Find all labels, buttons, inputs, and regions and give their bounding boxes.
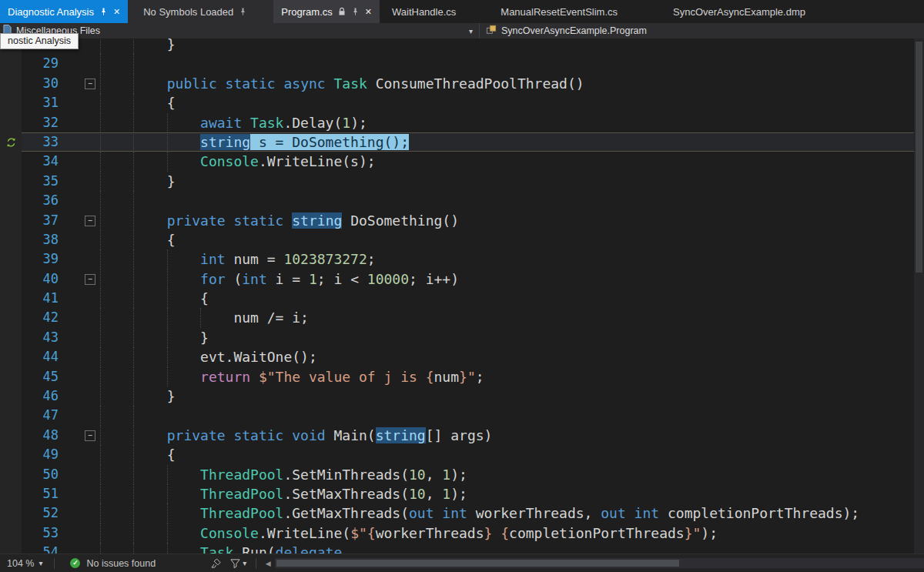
glyph-margin[interactable] xyxy=(0,503,22,523)
code-text[interactable]: { xyxy=(100,289,924,308)
code-text[interactable] xyxy=(100,406,924,425)
tab-syncoverasyncexample-dmp[interactable]: SyncOverAsyncExample.dmp xyxy=(661,0,818,23)
code-text[interactable]: ThreadPool.SetMaxThreads(10, 1); xyxy=(100,484,924,503)
glyph-margin[interactable] xyxy=(0,172,22,191)
fold-collapse-icon[interactable]: − xyxy=(85,79,95,89)
code-line[interactable]: 34 Console.WriteLine(s); xyxy=(0,152,924,171)
code-text[interactable]: num /= i; xyxy=(100,308,924,327)
glyph-margin[interactable] xyxy=(0,289,22,308)
pin-icon[interactable] xyxy=(351,7,360,16)
tab-no-symbols-loaded[interactable]: No Symbols Loaded xyxy=(136,0,255,23)
glyph-margin[interactable] xyxy=(0,328,22,347)
glyph-margin[interactable] xyxy=(0,465,22,484)
code-line[interactable]: 32 await Task.Delay(1); xyxy=(0,113,924,132)
code-line[interactable]: 47 xyxy=(0,406,924,425)
tab-manualreseteventslim-cs[interactable]: ManualResetEventSlim.cs xyxy=(488,0,630,23)
zoom-control[interactable]: 104 % ▾ xyxy=(0,558,49,569)
code-text[interactable]: } xyxy=(100,38,924,54)
code-line[interactable]: 36 xyxy=(0,191,924,210)
close-icon[interactable]: ✕ xyxy=(365,8,372,16)
code-line[interactable]: 53 Console.WriteLine($"{workerThreads} {… xyxy=(0,523,924,543)
code-line[interactable]: 37− private static string DoSomething() xyxy=(0,211,924,230)
code-text[interactable]: string s = DoSomething(); xyxy=(100,132,924,152)
close-icon[interactable]: ✕ xyxy=(113,8,120,16)
code-line[interactable]: 28 } xyxy=(0,38,924,54)
code-text[interactable]: evt.WaitOne(); xyxy=(100,347,924,366)
code-editor[interactable]: 28 }2930− public static async Task Consu… xyxy=(0,38,924,554)
document-health-indicator[interactable]: ✓ No issues found xyxy=(64,558,162,569)
code-text[interactable]: public static async Task ConsumeThreadPo… xyxy=(100,74,924,93)
code-text[interactable]: ThreadPool.SetMinThreads(10, 1); xyxy=(100,465,924,484)
tab-diagnostic-analysis[interactable]: Diagnostic Analysis ✕ xyxy=(0,0,128,23)
horizontal-scrollbar-thumb[interactable] xyxy=(276,560,679,567)
code-text[interactable]: return $"The value of j is {num}"; xyxy=(100,367,924,386)
glyph-margin[interactable] xyxy=(0,543,22,554)
glyph-margin[interactable] xyxy=(0,269,22,289)
tab-program-cs[interactable]: Program.cs ✕ xyxy=(273,0,380,23)
scroll-left-button[interactable]: ◀ xyxy=(261,560,275,567)
code-line[interactable]: 50 ThreadPool.SetMinThreads(10, 1); xyxy=(0,465,924,484)
glyph-margin[interactable] xyxy=(0,484,22,503)
vertical-scrollbar[interactable] xyxy=(914,38,924,554)
glyph-margin[interactable] xyxy=(0,152,22,171)
code-text[interactable]: Task.Run(delegate xyxy=(100,543,924,554)
pin-icon[interactable] xyxy=(239,7,247,16)
code-line[interactable]: 41 { xyxy=(0,289,924,308)
code-line[interactable]: 52 ThreadPool.GetMaxThreads(out int work… xyxy=(0,503,924,523)
glyph-margin[interactable] xyxy=(0,367,22,386)
code-text[interactable]: await Task.Delay(1); xyxy=(100,113,924,132)
code-text[interactable] xyxy=(100,54,924,73)
code-text[interactable]: } xyxy=(100,328,924,347)
code-text[interactable]: int num = 1023873272; xyxy=(100,249,924,269)
code-line[interactable]: 45 return $"The value of j is {num}"; xyxy=(0,367,924,386)
code-text[interactable]: { xyxy=(100,230,924,249)
code-text[interactable]: Console.WriteLine($"{workerThreads} {com… xyxy=(100,523,924,543)
fold-collapse-icon[interactable]: − xyxy=(85,216,95,226)
glyph-margin[interactable] xyxy=(0,230,22,249)
code-line[interactable]: 51 ThreadPool.SetMaxThreads(10, 1); xyxy=(0,484,924,503)
glyph-margin[interactable] xyxy=(0,406,22,425)
code-line[interactable]: 48− private static void Main(string[] ar… xyxy=(0,426,924,445)
glyph-margin[interactable] xyxy=(0,523,22,543)
glyph-margin[interactable] xyxy=(0,54,22,73)
code-text[interactable]: private static void Main(string[] args) xyxy=(100,426,924,445)
code-line[interactable]: 31 { xyxy=(0,93,924,112)
pin-icon[interactable] xyxy=(99,7,108,16)
code-line[interactable]: 43 } xyxy=(0,328,924,347)
filter-icon[interactable]: ▾ xyxy=(226,558,251,568)
vertical-scrollbar-thumb[interactable] xyxy=(916,42,922,273)
code-line[interactable]: 46 } xyxy=(0,386,924,406)
code-line[interactable]: 54 Task.Run(delegate xyxy=(0,543,924,554)
code-line[interactable]: 29 xyxy=(0,54,924,73)
fold-collapse-icon[interactable]: − xyxy=(85,430,95,441)
fold-collapse-icon[interactable]: − xyxy=(85,274,95,285)
code-line[interactable]: 44 evt.WaitOne(); xyxy=(0,347,924,366)
code-text[interactable] xyxy=(100,191,924,210)
code-line[interactable]: 49 { xyxy=(0,445,924,464)
tab-waithandle-cs[interactable]: WaitHandle.cs xyxy=(380,0,468,23)
code-line[interactable]: 38 { xyxy=(0,230,924,249)
horizontal-scrollbar[interactable] xyxy=(275,558,924,568)
diagnostic-glyph-icon[interactable] xyxy=(0,132,22,152)
glyph-margin[interactable] xyxy=(0,113,22,132)
code-text[interactable]: } xyxy=(100,386,924,406)
code-line[interactable]: 30− public static async Task ConsumeThre… xyxy=(0,74,924,93)
code-line[interactable]: 39 int num = 1023873272; xyxy=(0,249,924,269)
code-line[interactable]: 42 num /= i; xyxy=(0,308,924,327)
code-text[interactable]: { xyxy=(100,445,924,464)
code-text[interactable]: private static string DoSomething() xyxy=(100,211,924,230)
code-text[interactable]: } xyxy=(100,172,924,191)
code-line[interactable]: 40− for (int i = 1; i < 10000; i++) xyxy=(0,269,924,289)
glyph-margin[interactable] xyxy=(0,211,22,230)
code-line-current[interactable]: 33 string s = DoSomething(); xyxy=(0,132,924,152)
code-line[interactable]: 35 } xyxy=(0,172,924,191)
code-text[interactable]: for (int i = 1; i < 10000; i++) xyxy=(100,269,924,289)
glyph-margin[interactable] xyxy=(0,308,22,327)
glyph-margin[interactable] xyxy=(0,426,22,445)
glyph-margin[interactable] xyxy=(0,445,22,464)
code-cleanup-icon[interactable] xyxy=(206,558,226,568)
glyph-margin[interactable] xyxy=(0,386,22,406)
type-dropdown[interactable]: SyncOverAsyncExample.Program xyxy=(480,23,924,38)
glyph-margin[interactable] xyxy=(0,191,22,210)
glyph-margin[interactable] xyxy=(0,93,22,112)
